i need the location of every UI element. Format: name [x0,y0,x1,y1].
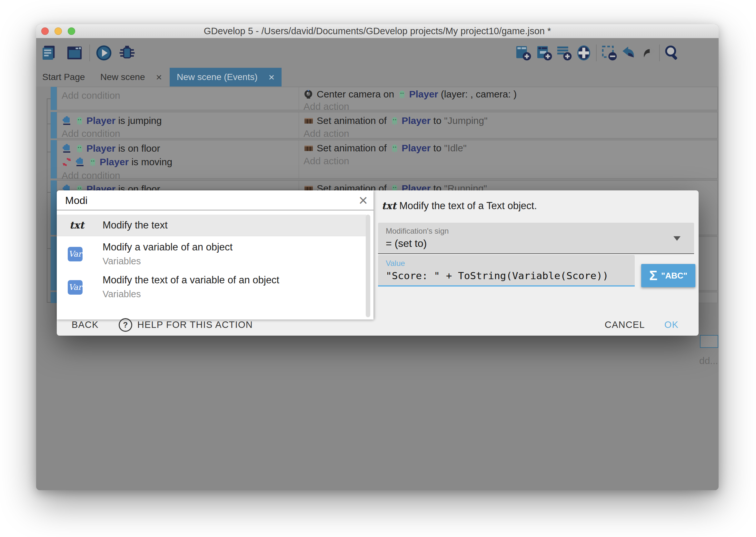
toolbar: Start Page New scene × New scene (Events… [36,38,719,87]
tab-close-icon[interactable]: × [156,72,162,82]
action-text[interactable]: Set animation of Player to "Jumping" [304,114,715,127]
add-action-button[interactable]: Add action [304,127,715,140]
instruction-search-panel: × txt Modify the text Var Modify a varia… [57,190,373,319]
project-manager-icon[interactable] [40,44,58,62]
event-selection-bar [51,87,57,110]
condition-text[interactable]: Player is jumping [61,114,297,127]
add-action-button[interactable]: Add action [304,100,715,113]
ok-button[interactable]: OK [664,319,679,330]
tab-new-scene-events[interactable]: New scene (Events) × [170,68,282,87]
camera-icon [304,89,314,100]
tab-bar: Start Page New scene × New scene (Events… [36,68,719,87]
toolbar-separator [89,45,90,61]
add-action-button[interactable]: Add action [304,154,715,168]
behavior-icon [61,115,72,126]
undo-icon[interactable] [620,44,638,62]
object-name: Player [87,115,115,126]
debug-icon[interactable] [118,44,136,62]
scene-editor-icon[interactable] [65,44,84,62]
behavior-icon [61,143,72,154]
help-icon: ? [119,318,132,332]
window-title: GDevelop 5 - /Users/david/Documents/GDev… [36,24,719,38]
object-name: Player [401,143,431,154]
add-new-icon[interactable] [575,44,593,62]
actions-cell: Set animation of Player to "Jumping" Add… [299,112,717,138]
close-icon[interactable]: × [359,191,368,210]
animation-icon [304,143,314,153]
actions-cell: Set animation of Player to "Idle" Add ac… [299,141,717,178]
value-input[interactable]: Value "Score: " + ToString(Variable(Scor… [378,255,635,287]
variable-icon: Var [68,247,83,262]
text-object-icon: txt [380,197,398,215]
add-comment-icon[interactable] [555,44,574,62]
event-selection-bar [51,181,57,235]
add-subevent-icon[interactable] [535,44,553,62]
list-item-modify-variable-text[interactable]: Var Modify the text of a variable of an … [57,272,366,303]
object-icon [390,116,399,126]
conditions-cell: Add condition [57,87,299,110]
tab-start-page[interactable]: Start Page [42,68,85,87]
event-selection-bar [51,292,57,303]
object-name: Player [401,115,431,126]
list-scrollbar[interactable] [366,215,370,317]
add-condition-button[interactable]: Add condition [61,89,297,102]
instruction-editor-dialog: txt Modify the text of a Text object. Mo… [57,190,699,336]
cancel-button[interactable]: CANCEL [605,319,645,330]
sigma-icon: Σ [649,269,657,282]
value-expression: "Score: " + ToString(Variable(Score)) [386,270,609,281]
modification-sign-select[interactable]: Modification's sign = (set to) [378,223,694,254]
help-button[interactable]: ? HELP FOR THIS ACTION [119,318,253,332]
event-row[interactable]: Add condition Center camera on Player (l… [57,87,718,110]
toolbar-separator [596,45,597,61]
object-icon [88,157,97,167]
field-value: = (set to) [386,237,427,249]
title-bar: GDevelop 5 - /Users/david/Documents/GDev… [36,24,719,38]
toolbar-separator [659,45,660,61]
list-item-modify-variable[interactable]: Var Modify a variable of an object Varia… [57,239,366,270]
search-icon[interactable] [663,44,681,62]
add-event-icon[interactable] [514,44,533,62]
action-parameter: "Idle" [444,143,467,154]
event-tree-line [47,99,47,303]
field-label: Modification's sign [386,227,449,235]
object-name: Player [100,156,129,168]
dropdown-caret-icon [673,236,681,241]
event-row[interactable]: Player is on floor Player is moving Add … [57,140,718,179]
search-underline [57,210,373,210]
remove-selection-icon[interactable] [601,44,619,62]
add-condition-button[interactable]: Add condition [61,169,297,182]
conditions-cell: Player is jumping Add condition [57,112,299,138]
invert-icon [61,157,72,167]
event-row[interactable]: Player is jumping Add condition Set anim… [57,112,718,139]
expression-editor-button[interactable]: Σ "ABC" [641,264,695,287]
text-action-icon: txt [66,215,87,236]
redo-icon[interactable] [640,44,658,62]
play-icon[interactable] [95,44,113,62]
conditions-cell: Player is on floor Player is moving Add … [57,141,299,178]
inline-field-fragment [700,335,718,348]
object-icon [390,144,399,153]
tab-new-scene[interactable]: New scene × [100,68,162,87]
object-name: Player [87,143,115,154]
event-selection-bar [51,236,57,290]
add-condition-button[interactable]: Add condition [61,127,297,140]
condition-text[interactable]: Player is moving [61,155,297,168]
action-parameter: "Jumping" [444,115,488,126]
actions-cell: Center camera on Player (layer: , camera… [299,87,717,110]
action-text[interactable]: Set animation of Player to "Idle" [304,142,715,154]
object-icon [75,116,84,126]
tab-close-icon[interactable]: × [269,72,275,82]
back-button[interactable]: BACK [72,319,99,330]
search-input[interactable] [64,192,317,208]
object-icon [75,144,84,153]
event-selection-bar [51,140,57,179]
variable-icon: Var [68,280,83,295]
dialog-title: Modify the text of a Text object. [399,197,537,215]
object-icon [397,90,407,99]
behavior-icon [75,157,85,167]
condition-text[interactable]: Player is on floor [61,142,297,155]
action-text[interactable]: Center camera on Player (layer: , camera… [304,88,715,101]
abc-label: "ABC" [661,271,687,281]
list-item-modify-text[interactable]: txt Modify the text [57,215,366,236]
dialog-footer: BACK ? HELP FOR THIS ACTION CANCEL OK [57,316,699,336]
